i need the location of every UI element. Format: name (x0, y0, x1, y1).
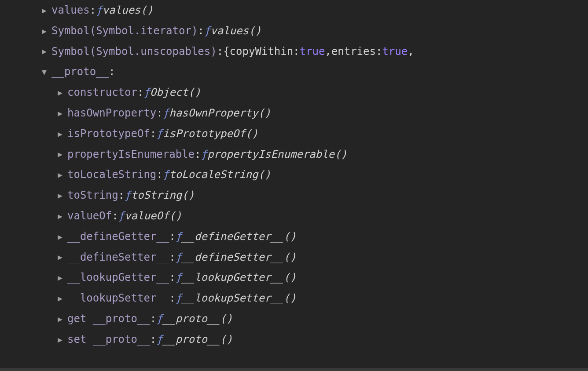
function-name: isPrototypeOf() (163, 124, 258, 144)
tree-row[interactable]: ▶__defineGetter__: ƒ __defineGetter__() (0, 226, 588, 247)
colon: : (109, 62, 115, 82)
colon: : (112, 206, 118, 226)
chevron-right-icon[interactable]: ▶ (42, 3, 51, 18)
property-key: __defineSetter__ (67, 247, 169, 268)
colon: : (169, 247, 175, 268)
chevron-right-icon[interactable]: ▶ (58, 167, 67, 182)
property-key: toLocaleString (67, 164, 156, 185)
chevron-right-icon[interactable]: ▶ (58, 85, 67, 100)
colon: : (150, 124, 156, 144)
function-name: __proto__() (163, 309, 233, 329)
object-tree: ▶values: ƒ values()▶Symbol(Symbol.iterat… (0, 0, 588, 350)
property-key: __proto__ (51, 62, 109, 82)
function-name: toString() (131, 185, 195, 206)
tree-row[interactable]: ▶hasOwnProperty: ƒ hasOwnProperty() (0, 103, 588, 124)
property-key: __defineGetter__ (67, 226, 169, 247)
function-icon: ƒ (163, 164, 169, 185)
property-key: isPrototypeOf (67, 124, 150, 144)
function-icon: ƒ (156, 329, 162, 350)
chevron-right-icon[interactable]: ▶ (58, 146, 67, 162)
function-icon: ƒ (156, 309, 162, 329)
tree-row[interactable]: ▶isPrototypeOf: ƒ isPrototypeOf() (0, 124, 588, 144)
chevron-down-icon[interactable]: ▼ (42, 64, 51, 80)
function-name: values() (210, 21, 261, 41)
chevron-right-icon[interactable]: ▶ (58, 249, 67, 265)
chevron-right-icon[interactable]: ▶ (42, 44, 51, 59)
inline-value: true (382, 41, 408, 62)
function-name: Object() (150, 82, 201, 103)
property-key: __lookupGetter__ (67, 267, 169, 288)
colon: : (195, 144, 201, 165)
chevron-right-icon[interactable]: ▶ (58, 291, 67, 306)
property-key: valueOf (67, 206, 112, 226)
chevron-right-icon[interactable]: ▶ (42, 23, 51, 39)
chevron-right-icon[interactable]: ▶ (58, 332, 67, 347)
colon: : (217, 41, 223, 62)
tree-row[interactable]: ▶constructor: ƒ Object() (0, 82, 588, 103)
function-icon: ƒ (201, 144, 207, 165)
function-icon: ƒ (156, 124, 162, 144)
tree-row[interactable]: ▶valueOf: ƒ valueOf() (0, 206, 588, 226)
bottom-bar (0, 368, 588, 371)
function-name: __defineSetter__() (182, 247, 296, 268)
colon: : (137, 82, 143, 103)
function-icon: ƒ (204, 21, 210, 41)
brace: { (223, 41, 229, 62)
function-name: __lookupSetter__() (182, 288, 296, 309)
property-key: __lookupSetter__ (67, 288, 169, 309)
property-key: set __proto__ (67, 329, 150, 350)
tree-row[interactable]: ▶__defineSetter__: ƒ __defineSetter__() (0, 247, 588, 268)
colon: : (90, 0, 96, 21)
property-key: hasOwnProperty (67, 103, 156, 124)
inline-key: entries (331, 41, 376, 62)
colon: : (198, 21, 204, 41)
colon: : (150, 329, 156, 350)
tree-row[interactable]: ▶__lookupSetter__: ƒ __lookupSetter__() (0, 288, 588, 309)
function-icon: ƒ (118, 206, 125, 226)
tree-row[interactable]: ▶get __proto__: ƒ __proto__() (0, 309, 588, 329)
tree-row[interactable]: ▼__proto__: (0, 62, 588, 82)
function-icon: ƒ (143, 82, 150, 103)
colon: : (169, 226, 175, 247)
property-key: Symbol(Symbol.iterator) (51, 21, 198, 41)
chevron-right-icon[interactable]: ▶ (58, 229, 67, 244)
chevron-right-icon[interactable]: ▶ (58, 126, 67, 142)
colon: : (150, 309, 156, 329)
property-key: get __proto__ (67, 309, 150, 329)
chevron-right-icon[interactable]: ▶ (58, 208, 67, 224)
chevron-right-icon[interactable]: ▶ (58, 188, 67, 203)
property-key: propertyIsEnumerable (67, 144, 195, 165)
chevron-right-icon[interactable]: ▶ (58, 105, 67, 121)
colon: : (156, 164, 162, 185)
function-name: hasOwnProperty() (169, 103, 271, 124)
function-icon: ƒ (176, 267, 182, 288)
function-name: __lookupGetter__() (182, 267, 296, 288)
chevron-right-icon[interactable]: ▶ (58, 311, 67, 327)
function-icon: ƒ (176, 288, 182, 309)
function-icon: ƒ (96, 0, 102, 21)
function-name: values() (103, 0, 154, 21)
function-name: toLocaleString() (169, 164, 271, 185)
function-name: __proto__() (163, 329, 233, 350)
colon: : (118, 185, 125, 206)
tree-row[interactable]: ▶__lookupGetter__: ƒ __lookupGetter__() (0, 267, 588, 288)
tree-row[interactable]: ▶Symbol(Symbol.unscopables): {copyWithin… (0, 41, 588, 62)
tree-row[interactable]: ▶set __proto__: ƒ __proto__() (0, 329, 588, 350)
function-icon: ƒ (125, 185, 131, 206)
tree-row[interactable]: ▶propertyIsEnumerable: ƒ propertyIsEnume… (0, 144, 588, 165)
tree-row[interactable]: ▶values: ƒ values() (0, 0, 588, 21)
function-name: valueOf() (125, 206, 182, 226)
tree-row[interactable]: ▶Symbol(Symbol.iterator): ƒ values() (0, 21, 588, 41)
tree-row[interactable]: ▶toString: ƒ toString() (0, 185, 588, 206)
property-key: toString (67, 185, 118, 206)
property-key: constructor (67, 82, 137, 103)
function-name: propertyIsEnumerable() (207, 144, 347, 165)
inline-key: copyWithin (230, 41, 294, 62)
colon: : (169, 288, 175, 309)
tree-row[interactable]: ▶toLocaleString: ƒ toLocaleString() (0, 164, 588, 185)
function-icon: ƒ (163, 103, 169, 124)
chevron-right-icon[interactable]: ▶ (58, 270, 67, 285)
function-name: __defineGetter__() (182, 226, 296, 247)
property-key: Symbol(Symbol.unscopables) (51, 41, 217, 62)
function-icon: ƒ (176, 226, 182, 247)
